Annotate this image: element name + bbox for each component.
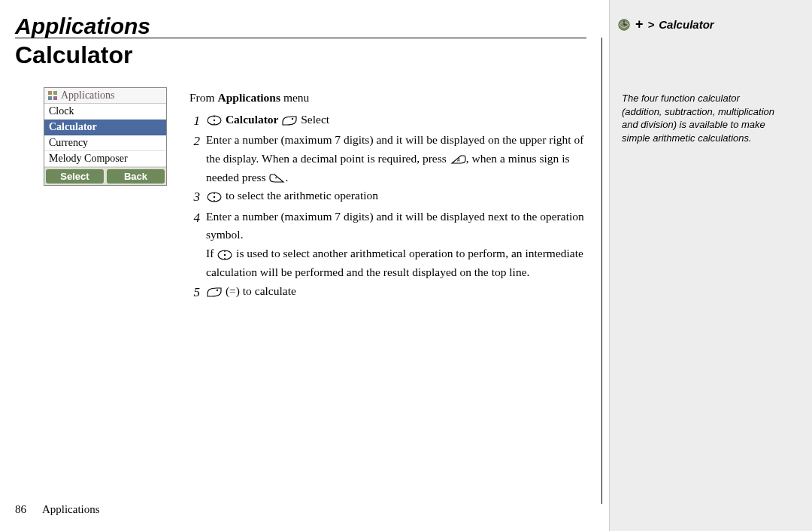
svg-rect-3 <box>48 91 52 95</box>
svg-point-22 <box>217 290 218 291</box>
svg-rect-4 <box>53 91 57 95</box>
step3-text: to select the arithmetic operation <box>223 189 378 202</box>
breadcrumb: + > Calculator <box>617 17 804 32</box>
lead-suffix: menu <box>280 91 309 104</box>
step-body: Enter a number (maximum 7 digits) and it… <box>206 131 588 187</box>
phone-softkey-bar: Select Back <box>44 167 166 185</box>
nav-key-icon <box>206 114 223 126</box>
step-number: 3 <box>189 187 200 207</box>
phone-menu-header: Applications <box>44 88 166 104</box>
page-title: Calculator <box>15 41 132 69</box>
clock-icon <box>617 18 631 32</box>
lead-prefix: From <box>189 91 217 104</box>
step-5: 5 (=) to calculate <box>189 282 588 302</box>
step-1: 1 Calculator Select <box>189 111 588 131</box>
svg-text:#: # <box>457 157 460 162</box>
step-body: Calculator Select <box>206 111 588 129</box>
step-4: 4 Enter a number (maximum 7 digits) and … <box>189 208 588 282</box>
step-body: to select the arithmetic operation <box>206 187 588 205</box>
step5-text: (=) to calculate <box>223 284 296 297</box>
page-footer: 86 Applications <box>15 503 100 516</box>
star-key-icon: * <box>269 172 286 184</box>
phone-softkey-back: Back <box>107 169 165 184</box>
lead-bold: Applications <box>217 91 280 104</box>
manual-page: Applications Calculator + > Calculator T… <box>0 0 812 531</box>
step-number: 2 <box>189 131 200 151</box>
select-key-icon <box>206 286 223 298</box>
svg-point-16 <box>214 193 215 194</box>
step-body: (=) to calculate <box>206 282 588 301</box>
phone-menu-item-clock: Clock <box>44 104 166 120</box>
svg-point-15 <box>214 196 215 198</box>
step2-text-c: . <box>286 171 289 184</box>
step-body: Enter a number (maximum 7 digits) and it… <box>206 208 588 282</box>
vertical-separator <box>601 38 602 504</box>
step1-after: Select <box>301 113 329 126</box>
page-number: 86 <box>15 503 26 515</box>
sidebar: + > Calculator The four function calcula… <box>609 0 812 531</box>
instructions-block: From Applications menu 1 Calculator Sele… <box>189 89 588 302</box>
phone-header-label: Applications <box>61 90 115 102</box>
svg-rect-5 <box>48 96 52 100</box>
svg-point-21 <box>224 258 226 259</box>
phone-menu-item-melody-composer: Melody Composer <box>44 151 166 167</box>
svg-point-10 <box>214 123 215 125</box>
phone-menu-item-calculator: Calculator <box>44 120 166 135</box>
sidebar-note: The four function calculator (addition, … <box>622 92 778 144</box>
step-3: 3 to select the arithmetic operation <box>189 187 588 207</box>
step1-bold: Calculator <box>226 113 279 126</box>
step4-text-c: is used to select another arithmetical o… <box>206 247 583 278</box>
nav-key-icon <box>217 249 233 261</box>
section-heading: Applications <box>15 14 150 39</box>
step-number: 1 <box>189 111 200 131</box>
step-2: 2 Enter a number (maximum 7 digits) and … <box>189 131 588 187</box>
svg-point-11 <box>292 118 293 120</box>
lead-line: From Applications menu <box>189 89 588 108</box>
phone-menu-item-currency: Currency <box>44 135 166 151</box>
breadcrumb-label: Calculator <box>659 18 714 31</box>
svg-point-17 <box>214 200 215 202</box>
svg-point-9 <box>214 116 215 117</box>
phone-softkey-select: Select <box>46 169 104 184</box>
svg-point-19 <box>224 253 226 255</box>
applications-icon <box>47 90 58 101</box>
step4-text-a: Enter a number (maximum 7 digits) and it… <box>206 210 584 241</box>
phone-screenshot: Applications Clock Calculator Currency M… <box>44 87 167 186</box>
svg-rect-6 <box>53 96 57 100</box>
svg-point-8 <box>214 120 215 121</box>
svg-text:*: * <box>274 176 277 181</box>
footer-section-label: Applications <box>42 503 100 515</box>
nav-key-icon <box>206 191 223 203</box>
svg-point-20 <box>224 250 226 252</box>
step4-text-b: If <box>206 247 217 259</box>
horizontal-rule <box>15 38 586 38</box>
hash-key-icon: # <box>450 153 466 165</box>
plus-icon: + <box>635 17 644 32</box>
breadcrumb-separator: > <box>648 18 655 31</box>
step-number: 5 <box>189 282 200 302</box>
select-key-icon <box>281 114 298 126</box>
step-number: 4 <box>189 208 200 228</box>
